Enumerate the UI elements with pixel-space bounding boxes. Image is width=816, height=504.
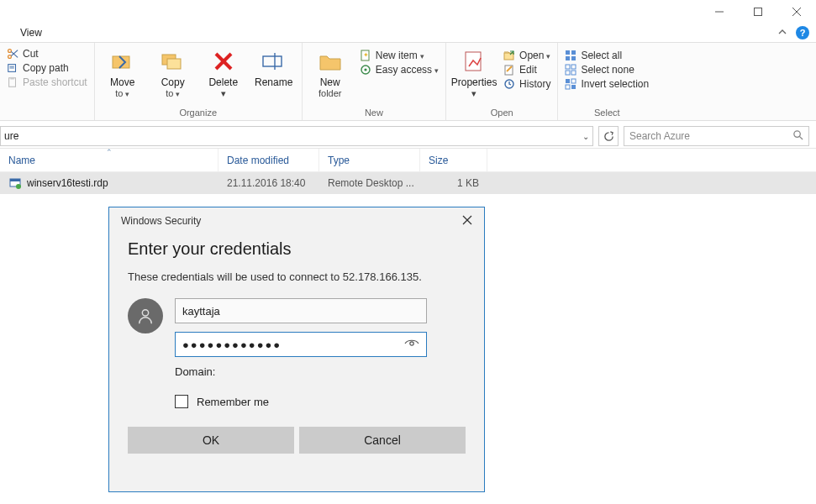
properties-button[interactable]: Properties ▾ [453,48,495,100]
copy-path-label: Copy path [23,62,69,74]
cancel-button[interactable]: Cancel [299,427,466,454]
dialog-close-button[interactable] [462,214,472,228]
file-list: ⌃ Name Date modified Type Size winserv16… [0,148,816,194]
select-all-button[interactable]: Select all [565,50,649,61]
password-field[interactable]: ●●●●●●●●●●●● [175,332,427,357]
open-icon [503,50,515,61]
address-box[interactable]: ure ⌄ [0,126,593,146]
invert-selection-label: Invert selection [581,78,649,90]
refresh-button[interactable] [598,126,619,146]
copy-to-sub: to [166,88,180,99]
rename-label: Rename [255,76,292,88]
address-text: ure [4,130,582,142]
address-dropdown-icon[interactable]: ⌄ [582,132,589,141]
svg-point-5 [8,50,12,53]
ribbon: Cut Copy path Paste shortcut [0,42,816,121]
delete-drop: ▾ [221,88,226,99]
col-date-label: Date modified [227,155,289,166]
move-to-label: Move [110,76,134,88]
paste-shortcut-button: Paste shortcut [7,76,87,88]
new-item-button[interactable]: ✦ New item [360,50,439,61]
move-to-button[interactable]: Move to [102,48,144,100]
select-none-icon [565,64,576,76]
invert-selection-button[interactable]: Invert selection [565,78,649,90]
svg-rect-1 [755,8,762,16]
file-row[interactable]: winserv16testi.rdp 21.11.2016 18:40 Remo… [0,172,816,194]
svg-point-50 [410,342,413,345]
new-folder-button[interactable]: New folder [309,48,351,100]
maximize-button[interactable] [739,0,777,24]
paste-shortcut-icon [7,76,18,88]
col-type[interactable]: Type [319,149,420,171]
file-name: winserv16testi.rdp [27,177,108,189]
svg-rect-15 [167,59,181,69]
history-label: History [519,78,550,90]
svg-rect-31 [571,50,576,55]
group-label-new: New [309,108,439,118]
rdp-file-icon [8,176,22,190]
easy-access-button[interactable]: Easy access [360,64,439,76]
open-button[interactable]: Open [503,50,550,61]
dialog-title: Windows Security [121,215,201,227]
copy-to-button[interactable]: Copy to [152,48,194,100]
move-to-sub: to [115,88,129,99]
history-button[interactable]: History [503,78,550,90]
column-headers: ⌃ Name Date modified Type Size [0,149,816,172]
edit-icon [503,64,515,76]
copy-path-button[interactable]: Copy path [7,62,87,74]
remember-checkbox[interactable] [175,395,188,408]
sort-caret-icon: ⌃ [106,148,113,156]
menu-view[interactable]: View [20,27,42,39]
file-size: 1 KB [420,177,487,189]
minimize-button[interactable] [700,0,739,24]
svg-rect-38 [566,79,570,83]
select-none-label: Select none [581,64,634,76]
credentials-dialog: Windows Security Enter your credentials … [108,207,485,492]
menu-row: View ? [0,24,816,42]
dialog-heading: Enter your credentials [128,239,466,259]
ok-button[interactable]: OK [128,427,294,454]
file-date: 21.11.2016 18:40 [218,177,319,189]
new-folder-icon [317,48,344,75]
col-date[interactable]: Date modified [218,149,319,171]
scissors-icon [7,48,18,60]
col-name[interactable]: ⌃ Name [0,149,218,171]
svg-rect-36 [566,71,570,75]
delete-button[interactable]: Delete ▾ [203,48,245,100]
copy-to-label: Copy [161,76,185,88]
new-item-icon: ✦ [360,50,371,61]
search-box[interactable]: Search Azure [624,126,809,146]
reveal-password-icon[interactable] [404,338,419,352]
cancel-label: Cancel [364,433,401,447]
address-bar-row: ure ⌄ Search Azure [0,121,816,148]
edit-button[interactable]: Edit [503,64,550,76]
svg-rect-34 [566,65,570,69]
properties-label: Properties [451,76,497,88]
properties-icon [461,48,487,75]
user-avatar-icon [128,298,163,333]
username-value: kayttaja [182,305,220,318]
copy-to-icon [160,48,187,75]
svg-rect-30 [566,50,570,55]
new-folder-label1: New [320,76,340,88]
paste-shortcut-label: Paste shortcut [23,76,87,88]
rename-button[interactable]: Rename [253,48,295,88]
username-field[interactable]: kayttaja [175,298,427,323]
svg-text:✦: ✦ [362,51,368,59]
select-none-button[interactable]: Select none [565,64,649,76]
ribbon-collapse-icon[interactable] [777,27,787,39]
remember-label: Remember me [197,396,269,408]
svg-rect-12 [10,77,13,80]
svg-rect-45 [10,179,20,181]
ribbon-group-clipboard: Cut Copy path Paste shortcut [0,43,95,120]
window-titlebar [0,0,816,24]
invert-selection-icon [565,78,576,90]
col-size[interactable]: Size [420,149,487,171]
close-button[interactable] [777,0,816,24]
ribbon-group-select: Select all Select none Invert selection … [558,43,655,120]
delete-label: Delete [208,76,238,88]
cut-button[interactable]: Cut [7,48,87,60]
svg-point-49 [142,310,148,316]
help-icon[interactable]: ? [796,26,809,39]
open-label: Open [519,50,550,61]
